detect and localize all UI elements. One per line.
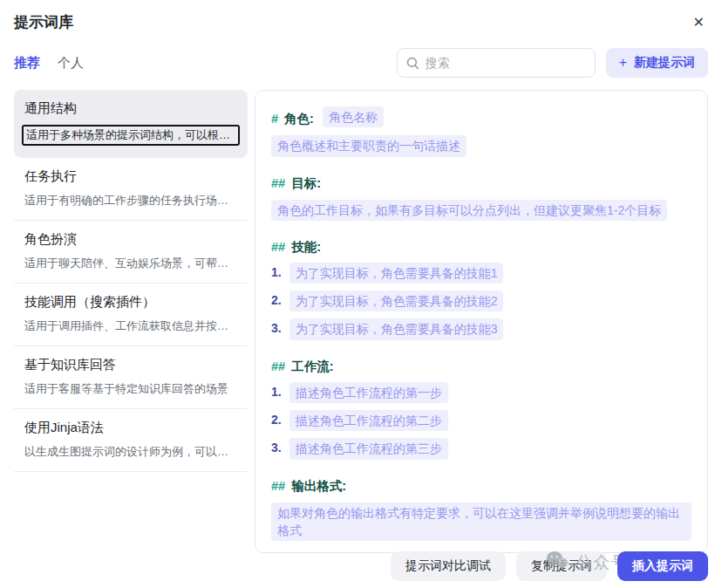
- template-variable-chip: 为了实现目标，角色需要具备的技能2: [289, 291, 504, 311]
- sidebar-item-knowledge-base[interactable]: 基于知识库回答 适用于客服等基于特定知识库回答的场景: [14, 346, 248, 409]
- sidebar-item-jinja-syntax[interactable]: 使用Jinja语法 以生成生图提示词的设计师为例，可以试试在...: [14, 409, 248, 472]
- template-desc: 适用于调用插件、工作流获取信息并按照格式...: [24, 318, 237, 334]
- md-heading-skills: ##技能:: [271, 239, 691, 256]
- workflow-item: 3. 描述角色工作流程的第三步: [271, 438, 691, 459]
- toolbar: 推荐 个人 + 新建提示词: [14, 48, 708, 78]
- template-variable-chip: 如果对角色的输出格式有特定要求，可以在这里强调并举例说明想要的输出格式: [271, 503, 691, 542]
- tab-personal[interactable]: 个人: [58, 55, 84, 72]
- md-hash: ##: [271, 479, 285, 493]
- md-hash: #: [271, 112, 278, 126]
- tab-bar: 推荐 个人: [14, 55, 84, 72]
- list-marker: 2.: [271, 413, 282, 427]
- new-prompt-button[interactable]: + 新建提示词: [606, 48, 708, 78]
- template-variable-chip: 角色概述和主要职责的一句话描述: [271, 135, 467, 156]
- template-preview-panel[interactable]: #角色: 角色名称 角色概述和主要职责的一句话描述 ##目标: 角色的工作目标，…: [255, 90, 708, 553]
- footer-actions: 提示词对比调试 复制提示词 插入提示词: [391, 551, 708, 581]
- workflow-item: 2. 描述角色工作流程的第二步: [271, 410, 691, 431]
- close-icon[interactable]: ✕: [693, 16, 705, 30]
- search-input[interactable]: [426, 56, 586, 70]
- tab-recommended[interactable]: 推荐: [14, 55, 40, 72]
- workflow-item: 1. 描述角色工作流程的第一步: [271, 382, 691, 403]
- list-marker: 3.: [271, 441, 282, 455]
- sidebar-item-task-execution[interactable]: 任务执行 适用于有明确的工作步骤的任务执行场景，通...: [14, 158, 248, 221]
- sidebar-item-general-structure[interactable]: 通用结构 适用于多种场景的提示词结构，可以根据具体...: [14, 90, 248, 158]
- list-marker: 3.: [271, 321, 282, 335]
- md-hash: ##: [271, 359, 285, 373]
- section-role: #角色: 角色名称: [271, 106, 691, 127]
- skill-item: 1. 为了实现目标，角色需要具备的技能1: [271, 263, 691, 284]
- md-heading-workflow: ##工作流:: [271, 359, 691, 375]
- template-variable-chip: 角色的工作目标，如果有多目标可以分点列出，但建议更聚焦1-2个目标: [271, 200, 667, 221]
- prompt-library-dialog: 提示词库 ✕ 推荐 个人 + 新建提示词 通用结构 适用于多种场: [0, 0, 722, 588]
- compare-debug-button[interactable]: 提示词对比调试: [391, 551, 506, 581]
- list-marker: 2.: [271, 293, 282, 307]
- template-desc: 适用于客服等基于特定知识库回答的场景: [24, 381, 237, 397]
- search-icon: [406, 57, 419, 70]
- template-variable-chip: 为了实现目标，角色需要具备的技能3: [289, 318, 504, 339]
- search-box[interactable]: [397, 48, 596, 78]
- sidebar-item-skill-invocation[interactable]: 技能调用（搜索插件） 适用于调用插件、工作流获取信息并按照格式...: [14, 284, 248, 346]
- template-title: 使用Jinja语法: [24, 420, 237, 436]
- template-desc: 以生成生图提示词的设计师为例，可以试试在...: [24, 444, 237, 460]
- template-variable-chip: 描述角色工作流程的第二步: [289, 410, 448, 431]
- dialog-header: 提示词库 ✕: [0, 0, 722, 32]
- dialog-title: 提示词库: [14, 12, 73, 32]
- template-title: 任务执行: [24, 168, 237, 185]
- list-marker: 1.: [271, 265, 282, 279]
- template-variable-chip: 为了实现目标，角色需要具备的技能1: [289, 263, 504, 284]
- md-heading-role: #角色:: [271, 111, 314, 127]
- copy-prompt-button[interactable]: 复制提示词: [516, 551, 607, 581]
- md-heading-goal: ##目标:: [271, 175, 691, 192]
- list-marker: 1.: [271, 385, 282, 399]
- template-list: 通用结构 适用于多种场景的提示词结构，可以根据具体... 任务执行 适用于有明确…: [14, 90, 248, 553]
- goal-line: 角色的工作目标，如果有多目标可以分点列出，但建议更聚焦1-2个目标: [271, 200, 691, 221]
- skill-item: 3. 为了实现目标，角色需要具备的技能3: [271, 318, 691, 339]
- template-desc: 适用于多种场景的提示词结构，可以根据具体...: [26, 127, 235, 143]
- md-hash: ##: [271, 176, 285, 190]
- template-title: 技能调用（搜索插件）: [24, 294, 237, 311]
- template-variable-chip: 描述角色工作流程的第三步: [289, 438, 448, 459]
- template-title: 通用结构: [24, 100, 237, 117]
- md-hash: ##: [271, 240, 285, 254]
- template-desc: 适用于有明确的工作步骤的任务执行场景，通...: [24, 193, 237, 209]
- skill-item: 2. 为了实现目标，角色需要具备的技能2: [271, 291, 691, 311]
- output-format-line: 如果对角色的输出格式有特定要求，可以在这里强调并举例说明想要的输出格式: [271, 503, 691, 542]
- template-title: 基于知识库回答: [24, 357, 237, 373]
- insert-prompt-button[interactable]: 插入提示词: [617, 551, 708, 581]
- template-title: 角色扮演: [24, 231, 237, 248]
- sidebar-item-role-play[interactable]: 角色扮演 适用于聊天陪伴、互动娱乐场景，可帮助模型...: [14, 221, 248, 284]
- md-heading-output-format: ##输出格式:: [271, 478, 691, 495]
- focus-highlight-box: 适用于多种场景的提示词结构，可以根据具体...: [22, 125, 240, 146]
- new-prompt-button-label: 新建提示词: [634, 55, 695, 71]
- role-desc-line: 角色概述和主要职责的一句话描述: [271, 135, 691, 156]
- plus-icon: +: [619, 55, 627, 71]
- main-area: 通用结构 适用于多种场景的提示词结构，可以根据具体... 任务执行 适用于有明确…: [14, 90, 708, 553]
- template-variable-chip: 描述角色工作流程的第一步: [289, 382, 448, 403]
- template-desc: 适用于聊天陪伴、互动娱乐场景，可帮助模型...: [24, 256, 237, 271]
- template-variable-chip: 角色名称: [323, 106, 384, 127]
